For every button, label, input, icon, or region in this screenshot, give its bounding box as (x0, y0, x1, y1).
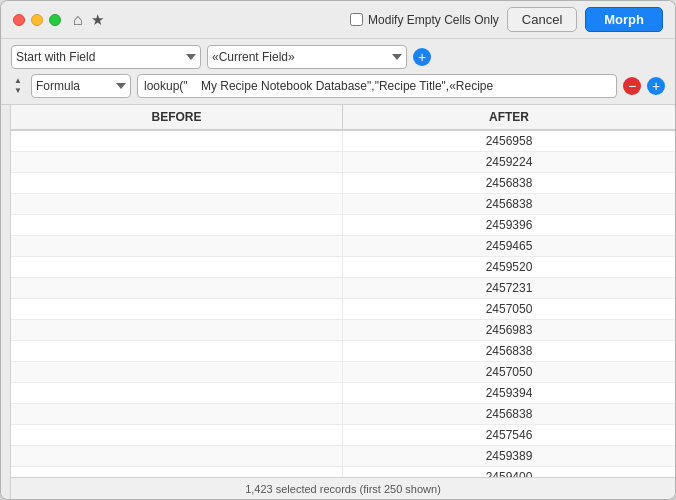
table-row: 2459520 (11, 257, 675, 278)
table-container: BEFORE AFTER 245695824592242456838245683… (11, 105, 675, 477)
controls-area: Start with Field «Current Field» + ▲ ▼ F… (1, 39, 675, 105)
before-cell (11, 257, 343, 277)
after-cell: 2457546 (343, 425, 675, 445)
after-cell: 2459400 (343, 467, 675, 477)
modify-empty-cells-label: Modify Empty Cells Only (368, 13, 499, 27)
main-body: BEFORE AFTER 245695824592242456838245683… (1, 105, 675, 499)
before-cell (11, 299, 343, 319)
before-cell (11, 425, 343, 445)
before-cell (11, 341, 343, 361)
row-nav-arrows: ▲ ▼ (11, 76, 25, 96)
formula-input[interactable] (137, 74, 617, 98)
before-cell (11, 215, 343, 235)
after-cell: 2459465 (343, 236, 675, 256)
left-sidebar-indicator (1, 105, 11, 499)
table-row: 2457050 (11, 299, 675, 320)
after-cell: 2459224 (343, 152, 675, 172)
home-icon[interactable]: ⌂ (73, 11, 83, 29)
before-cell (11, 404, 343, 424)
morph-button[interactable]: Morph (585, 7, 663, 32)
table-header: BEFORE AFTER (11, 105, 675, 131)
before-cell (11, 362, 343, 382)
before-cell (11, 446, 343, 466)
arrow-down[interactable]: ▼ (11, 86, 25, 96)
before-cell (11, 320, 343, 340)
after-cell: 2457050 (343, 362, 675, 382)
formula-type-select[interactable]: Formula (31, 74, 131, 98)
title-bar: ⌂ ★ Modify Empty Cells Only Cancel Morph (1, 1, 675, 39)
start-field-select[interactable]: Start with Field (11, 45, 201, 69)
after-cell: 2456838 (343, 341, 675, 361)
add-rule-button[interactable]: + (413, 48, 431, 66)
before-cell (11, 131, 343, 151)
before-cell (11, 152, 343, 172)
before-cell (11, 173, 343, 193)
after-cell: 2459389 (343, 446, 675, 466)
after-cell: 2456958 (343, 131, 675, 151)
remove-rule-button[interactable]: − (623, 77, 641, 95)
status-bar: 1,423 selected records (first 250 shown) (11, 477, 675, 499)
control-row-2: ▲ ▼ Formula − + (11, 74, 665, 98)
table-row: 2459465 (11, 236, 675, 257)
after-column-header: AFTER (343, 105, 675, 129)
table-row: 2456838 (11, 404, 675, 425)
before-cell (11, 236, 343, 256)
table-row: 2459394 (11, 383, 675, 404)
after-cell: 2459394 (343, 383, 675, 403)
right-content: BEFORE AFTER 245695824592242456838245683… (11, 105, 675, 499)
before-cell (11, 467, 343, 477)
after-cell: 2456838 (343, 404, 675, 424)
arrow-up[interactable]: ▲ (11, 76, 25, 86)
after-cell: 2456838 (343, 194, 675, 214)
star-icon[interactable]: ★ (91, 11, 104, 29)
before-cell (11, 194, 343, 214)
table-row: 2456838 (11, 194, 675, 215)
after-cell: 2456983 (343, 320, 675, 340)
table-row: 2459400 (11, 467, 675, 477)
table-row: 2459224 (11, 152, 675, 173)
table-row: 2456958 (11, 131, 675, 152)
table-body[interactable]: 2456958245922424568382456838245939624594… (11, 131, 675, 477)
table-row: 2459389 (11, 446, 675, 467)
before-column-header: BEFORE (11, 105, 343, 129)
table-row: 2459396 (11, 215, 675, 236)
table-row: 2457546 (11, 425, 675, 446)
current-field-select[interactable]: «Current Field» (207, 45, 407, 69)
traffic-lights (13, 14, 61, 26)
table-row: 2456983 (11, 320, 675, 341)
close-button[interactable] (13, 14, 25, 26)
after-cell: 2459520 (343, 257, 675, 277)
cancel-button[interactable]: Cancel (507, 7, 577, 32)
after-cell: 2456838 (343, 173, 675, 193)
table-row: 2456838 (11, 341, 675, 362)
table-row: 2457050 (11, 362, 675, 383)
status-text: 1,423 selected records (first 250 shown) (245, 483, 441, 495)
control-row-1: Start with Field «Current Field» + (11, 45, 665, 69)
after-cell: 2459396 (343, 215, 675, 235)
before-cell (11, 383, 343, 403)
modify-empty-cells-checkbox[interactable] (350, 13, 363, 26)
after-cell: 2457050 (343, 299, 675, 319)
minimize-button[interactable] (31, 14, 43, 26)
table-row: 2456838 (11, 173, 675, 194)
table-row: 2457231 (11, 278, 675, 299)
after-cell: 2457231 (343, 278, 675, 298)
before-cell (11, 278, 343, 298)
maximize-button[interactable] (49, 14, 61, 26)
add-formula-button[interactable]: + (647, 77, 665, 95)
modify-empty-cells-area: Modify Empty Cells Only (350, 13, 499, 27)
